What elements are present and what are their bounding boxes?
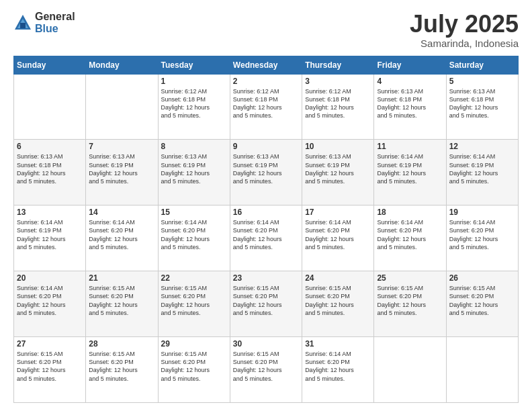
day-number: 25 <box>377 273 443 283</box>
col-monday: Monday <box>86 56 158 74</box>
day-number: 10 <box>305 142 371 151</box>
col-sunday: Sunday <box>14 56 86 74</box>
table-row: 3Sunrise: 6:12 AM Sunset: 6:18 PM Daylig… <box>302 74 374 140</box>
day-info: Sunrise: 6:14 AM Sunset: 6:20 PM Dayligh… <box>305 350 371 383</box>
day-number: 12 <box>449 142 515 151</box>
day-info: Sunrise: 6:13 AM Sunset: 6:18 PM Dayligh… <box>449 87 515 120</box>
day-number: 4 <box>377 77 443 86</box>
day-info: Sunrise: 6:13 AM Sunset: 6:19 PM Dayligh… <box>233 152 299 185</box>
day-info: Sunrise: 6:14 AM Sunset: 6:20 PM Dayligh… <box>17 284 83 317</box>
day-number: 21 <box>89 273 154 283</box>
day-number: 28 <box>89 339 154 349</box>
day-number: 5 <box>449 77 515 86</box>
day-number: 29 <box>161 339 227 349</box>
header: General Blue July 2025 Samarinda, Indone… <box>13 11 519 49</box>
table-row <box>374 337 446 403</box>
table-row: 14Sunrise: 6:14 AM Sunset: 6:20 PM Dayli… <box>86 205 158 271</box>
day-info: Sunrise: 6:13 AM Sunset: 6:19 PM Dayligh… <box>89 152 154 185</box>
table-row: 25Sunrise: 6:15 AM Sunset: 6:20 PM Dayli… <box>374 271 446 337</box>
day-info: Sunrise: 6:14 AM Sunset: 6:20 PM Dayligh… <box>233 218 299 251</box>
table-row: 9Sunrise: 6:13 AM Sunset: 6:19 PM Daylig… <box>230 140 302 205</box>
table-row: 21Sunrise: 6:15 AM Sunset: 6:20 PM Dayli… <box>86 271 158 337</box>
day-info: Sunrise: 6:13 AM Sunset: 6:18 PM Dayligh… <box>377 87 443 120</box>
calendar-week-5: 27Sunrise: 6:15 AM Sunset: 6:20 PM Dayli… <box>14 337 519 403</box>
day-info: Sunrise: 6:12 AM Sunset: 6:18 PM Dayligh… <box>305 87 371 120</box>
day-info: Sunrise: 6:13 AM Sunset: 6:19 PM Dayligh… <box>161 152 227 185</box>
day-number: 13 <box>17 208 83 217</box>
col-wednesday: Wednesday <box>230 56 302 74</box>
calendar-week-4: 20Sunrise: 6:14 AM Sunset: 6:20 PM Dayli… <box>14 271 519 337</box>
location-subtitle: Samarinda, Indonesia <box>410 38 519 49</box>
calendar-table: Sunday Monday Tuesday Wednesday Thursday… <box>13 56 519 403</box>
day-info: Sunrise: 6:15 AM Sunset: 6:20 PM Dayligh… <box>377 284 443 317</box>
table-row: 22Sunrise: 6:15 AM Sunset: 6:20 PM Dayli… <box>158 271 230 337</box>
day-number: 16 <box>233 208 299 217</box>
day-info: Sunrise: 6:15 AM Sunset: 6:20 PM Dayligh… <box>161 350 227 383</box>
day-info: Sunrise: 6:13 AM Sunset: 6:18 PM Dayligh… <box>17 152 83 185</box>
table-row: 28Sunrise: 6:15 AM Sunset: 6:20 PM Dayli… <box>86 337 158 403</box>
day-info: Sunrise: 6:15 AM Sunset: 6:20 PM Dayligh… <box>449 284 515 317</box>
table-row: 23Sunrise: 6:15 AM Sunset: 6:20 PM Dayli… <box>230 271 302 337</box>
day-number: 14 <box>89 208 154 217</box>
table-row: 27Sunrise: 6:15 AM Sunset: 6:20 PM Dayli… <box>14 337 86 403</box>
day-info: Sunrise: 6:14 AM Sunset: 6:19 PM Dayligh… <box>377 152 443 185</box>
page: General Blue July 2025 Samarinda, Indone… <box>0 0 532 411</box>
day-info: Sunrise: 6:15 AM Sunset: 6:20 PM Dayligh… <box>161 284 227 317</box>
table-row: 19Sunrise: 6:14 AM Sunset: 6:20 PM Dayli… <box>446 205 518 271</box>
table-row: 2Sunrise: 6:12 AM Sunset: 6:18 PM Daylig… <box>230 74 302 140</box>
table-row: 17Sunrise: 6:14 AM Sunset: 6:20 PM Dayli… <box>302 205 374 271</box>
day-number: 19 <box>449 208 515 217</box>
logo-text: General Blue <box>35 11 75 34</box>
calendar-header-row: Sunday Monday Tuesday Wednesday Thursday… <box>14 56 519 74</box>
day-info: Sunrise: 6:14 AM Sunset: 6:20 PM Dayligh… <box>161 218 227 251</box>
table-row: 13Sunrise: 6:14 AM Sunset: 6:19 PM Dayli… <box>14 205 86 271</box>
day-info: Sunrise: 6:15 AM Sunset: 6:20 PM Dayligh… <box>233 284 299 317</box>
table-row: 24Sunrise: 6:15 AM Sunset: 6:20 PM Dayli… <box>302 271 374 337</box>
col-friday: Friday <box>374 56 446 74</box>
logo-blue-text: Blue <box>35 23 75 35</box>
table-row <box>446 337 518 403</box>
day-number: 8 <box>161 142 227 151</box>
day-info: Sunrise: 6:14 AM Sunset: 6:20 PM Dayligh… <box>377 218 443 251</box>
table-row: 1Sunrise: 6:12 AM Sunset: 6:18 PM Daylig… <box>158 74 230 140</box>
day-number: 27 <box>17 339 83 349</box>
table-row: 6Sunrise: 6:13 AM Sunset: 6:18 PM Daylig… <box>14 140 86 205</box>
day-info: Sunrise: 6:14 AM Sunset: 6:20 PM Dayligh… <box>449 218 515 251</box>
table-row <box>14 74 86 140</box>
day-info: Sunrise: 6:15 AM Sunset: 6:20 PM Dayligh… <box>305 284 371 317</box>
table-row: 18Sunrise: 6:14 AM Sunset: 6:20 PM Dayli… <box>374 205 446 271</box>
logo-general-text: General <box>35 11 75 23</box>
day-info: Sunrise: 6:13 AM Sunset: 6:19 PM Dayligh… <box>305 152 371 185</box>
day-info: Sunrise: 6:14 AM Sunset: 6:20 PM Dayligh… <box>89 218 154 251</box>
day-number: 18 <box>377 208 443 217</box>
table-row: 11Sunrise: 6:14 AM Sunset: 6:19 PM Dayli… <box>374 140 446 205</box>
day-info: Sunrise: 6:15 AM Sunset: 6:20 PM Dayligh… <box>89 284 154 317</box>
col-saturday: Saturday <box>446 56 518 74</box>
table-row: 16Sunrise: 6:14 AM Sunset: 6:20 PM Dayli… <box>230 205 302 271</box>
day-info: Sunrise: 6:15 AM Sunset: 6:20 PM Dayligh… <box>89 350 154 383</box>
day-info: Sunrise: 6:15 AM Sunset: 6:20 PM Dayligh… <box>233 350 299 383</box>
table-row: 30Sunrise: 6:15 AM Sunset: 6:20 PM Dayli… <box>230 337 302 403</box>
col-tuesday: Tuesday <box>158 56 230 74</box>
day-number: 9 <box>233 142 299 151</box>
table-row: 20Sunrise: 6:14 AM Sunset: 6:20 PM Dayli… <box>14 271 86 337</box>
day-info: Sunrise: 6:14 AM Sunset: 6:20 PM Dayligh… <box>305 218 371 251</box>
table-row: 31Sunrise: 6:14 AM Sunset: 6:20 PM Dayli… <box>302 337 374 403</box>
day-info: Sunrise: 6:14 AM Sunset: 6:19 PM Dayligh… <box>449 152 515 185</box>
day-number: 3 <box>305 77 371 86</box>
day-number: 24 <box>305 273 371 283</box>
day-number: 2 <box>233 77 299 86</box>
day-number: 11 <box>377 142 443 151</box>
day-number: 31 <box>305 339 371 349</box>
table-row: 15Sunrise: 6:14 AM Sunset: 6:20 PM Dayli… <box>158 205 230 271</box>
day-number: 20 <box>17 273 83 283</box>
table-row: 8Sunrise: 6:13 AM Sunset: 6:19 PM Daylig… <box>158 140 230 205</box>
table-row: 4Sunrise: 6:13 AM Sunset: 6:18 PM Daylig… <box>374 74 446 140</box>
month-year-title: July 2025 <box>410 11 519 38</box>
day-number: 30 <box>233 339 299 349</box>
calendar-week-3: 13Sunrise: 6:14 AM Sunset: 6:19 PM Dayli… <box>14 205 519 271</box>
table-row: 5Sunrise: 6:13 AM Sunset: 6:18 PM Daylig… <box>446 74 518 140</box>
day-info: Sunrise: 6:15 AM Sunset: 6:20 PM Dayligh… <box>17 350 83 383</box>
day-number: 23 <box>233 273 299 283</box>
day-number: 26 <box>449 273 515 283</box>
